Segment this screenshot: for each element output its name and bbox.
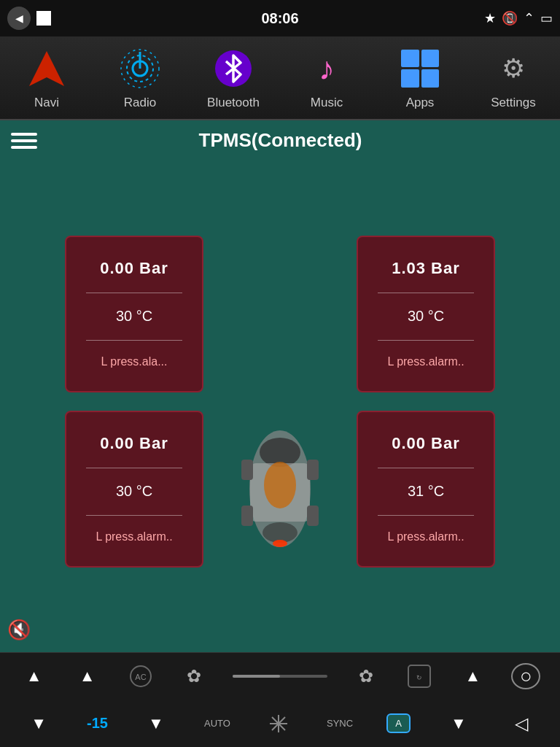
- sync-label: SYNC: [327, 718, 353, 729]
- settings-icon: ⚙: [491, 46, 536, 91]
- apps-icon: [397, 46, 443, 91]
- status-bar: ◀ 08:06 ★ 📵 ⌃ ▭: [0, 0, 560, 36]
- mute-icon[interactable]: 🔇: [7, 619, 31, 641]
- settings-label: Settings: [491, 96, 535, 110]
- svg-rect-11: [307, 460, 319, 480]
- fl-pressure: 0.00 Bar: [100, 259, 168, 278]
- tire-card-rear-left: 0.00 Bar 30 °C L press.alarm..: [65, 411, 203, 568]
- svg-marker-0: [29, 51, 64, 86]
- fl-temp: 30 °C: [116, 308, 152, 325]
- svg-rect-12: [241, 506, 253, 526]
- stop-button[interactable]: [36, 11, 51, 26]
- fan-speed-slider[interactable]: [233, 675, 327, 678]
- rr-divider-2: [378, 515, 475, 516]
- nav-item-music[interactable]: ♪ Music: [280, 46, 373, 110]
- bt-icon-circle: [215, 50, 252, 87]
- fr-temp: 30 °C: [408, 308, 444, 325]
- tire-card-rear-right: 0.00 Bar 31 °C L press.alarm..: [357, 411, 495, 568]
- fl-divider-2: [86, 340, 183, 341]
- time-display: 08:06: [261, 10, 298, 27]
- signal-icon: 📵: [502, 10, 518, 26]
- back-button[interactable]: ◀: [7, 7, 31, 30]
- fan-up-right-button[interactable]: ▲: [458, 667, 487, 686]
- title-bar: TPMS(Connected): [0, 120, 560, 160]
- bluetooth-status-icon: ★: [484, 10, 496, 26]
- nav-item-bluetooth[interactable]: Bluetooth: [187, 46, 280, 110]
- bottom-controls-row2: ▼ -15 ▼ AUTO SYNC A ▼ ◁: [0, 700, 560, 748]
- rl-status: L press.alarm..: [96, 530, 172, 543]
- nav-item-navi[interactable]: Navi: [0, 46, 93, 110]
- music-label: Music: [311, 96, 343, 110]
- menu-button[interactable]: [11, 133, 37, 149]
- fl-status: L press.ala...: [101, 355, 167, 368]
- ac-icon[interactable]: AC: [126, 664, 155, 689]
- fan-down-right-button[interactable]: ▼: [444, 714, 473, 733]
- fr-pressure: 1.03 Bar: [392, 259, 460, 278]
- tire-card-front-left: 0.00 Bar 30 °C L press.ala...: [65, 236, 203, 392]
- fr-divider-2: [378, 340, 475, 341]
- rr-divider-1: [378, 468, 475, 468]
- bluetooth-nav-icon: [211, 46, 256, 91]
- auto-label: AUTO: [204, 718, 230, 729]
- apps-label: Apps: [406, 96, 435, 110]
- rl-divider-2: [86, 515, 183, 516]
- circle-button[interactable]: ○: [511, 663, 540, 689]
- menu-line-3: [11, 146, 37, 149]
- page-title: TPMS(Connected): [37, 129, 524, 152]
- car-image: [236, 416, 324, 562]
- nav-item-radio[interactable]: Radio: [93, 46, 187, 110]
- tpms-content: 0.00 Bar 30 °C L press.ala... 1.03 Bar 3…: [0, 160, 560, 642]
- nav-bar: Navi Radio Bluetooth ♪ Music: [0, 36, 560, 120]
- fl-divider-1: [86, 293, 183, 293]
- status-left: ◀: [7, 7, 51, 30]
- fan-left-icon: ✿: [179, 666, 209, 686]
- tire-card-front-right: 1.03 Bar 30 °C L press.alarm..: [357, 236, 495, 392]
- rl-temp: 30 °C: [116, 483, 152, 500]
- bottom-controls-row1: ▲ ▲ AC ✿ ✿ ↻ ▲ ○: [0, 653, 560, 700]
- rl-divider-1: [86, 468, 183, 468]
- bluetooth-label: Bluetooth: [207, 96, 260, 110]
- temp-up-button[interactable]: ▲: [20, 667, 49, 686]
- temp-value: -15: [87, 715, 108, 732]
- svg-point-9: [264, 462, 296, 508]
- menu-line-2: [11, 139, 37, 142]
- menu-line-1: [11, 133, 37, 136]
- music-icon: ♪: [304, 46, 349, 91]
- car-badge[interactable]: A: [386, 713, 411, 733]
- navi-label: Navi: [34, 96, 59, 110]
- svg-rect-13: [307, 506, 319, 526]
- battery-icon: ▭: [540, 10, 553, 26]
- back-nav-button[interactable]: ◁: [507, 713, 536, 734]
- fan-up-button[interactable]: ▲: [73, 667, 102, 686]
- double-chevron-icon: ⌃: [524, 10, 534, 26]
- fr-divider-1: [378, 293, 475, 293]
- svg-point-14: [273, 540, 287, 547]
- svg-text:AC: AC: [135, 673, 146, 681]
- fr-status: L press.alarm..: [387, 355, 464, 368]
- navi-icon: [24, 46, 69, 91]
- temp-down-button[interactable]: ▼: [24, 714, 53, 733]
- status-right: ★ 📵 ⌃ ▭: [484, 10, 553, 26]
- tire-grid: 0.00 Bar 30 °C L press.ala... 1.03 Bar 3…: [61, 233, 499, 569]
- bottom-bar: ▲ ▲ AC ✿ ✿ ↻ ▲ ○ ▼ -15: [0, 652, 560, 747]
- radio-icon: [117, 46, 163, 91]
- fan-right-icon: ✿: [351, 666, 381, 686]
- radio-label: Radio: [124, 96, 156, 110]
- svg-point-7: [262, 522, 298, 543]
- rr-temp: 31 °C: [408, 483, 444, 500]
- recirculate-icon[interactable]: ↻: [405, 664, 434, 689]
- rl-pressure: 0.00 Bar: [100, 434, 168, 453]
- svg-text:↻: ↻: [416, 674, 422, 681]
- nav-item-apps[interactable]: Apps: [373, 46, 467, 110]
- svg-rect-10: [241, 460, 253, 480]
- nav-item-settings[interactable]: ⚙ Settings: [467, 46, 560, 110]
- rr-pressure: 0.00 Bar: [392, 434, 460, 453]
- defrost-icon[interactable]: [264, 713, 293, 734]
- rr-status: L press.alarm..: [387, 530, 464, 543]
- fan-down-button[interactable]: ▼: [141, 714, 171, 733]
